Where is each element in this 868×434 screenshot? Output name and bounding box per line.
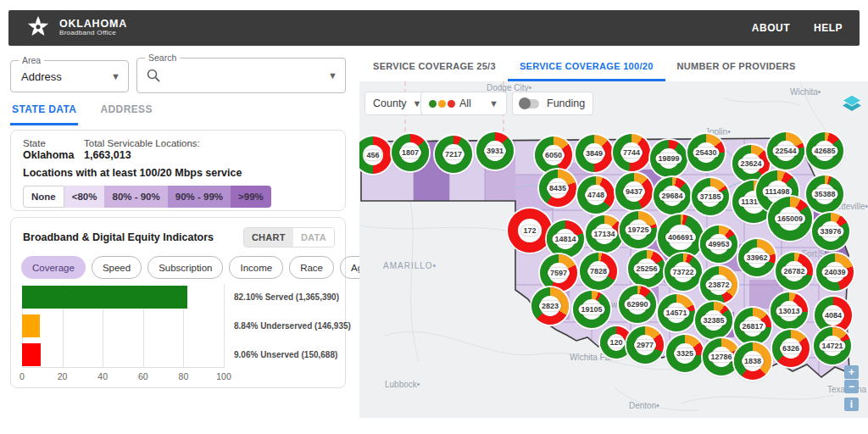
county-donut-value: 73722: [670, 267, 696, 277]
county-donut-22544[interactable]: 22544: [767, 132, 804, 170]
county-donut-73722[interactable]: 73722: [665, 253, 702, 291]
county-donut-62990[interactable]: 62990: [619, 286, 656, 323]
total-locations-label: Total Servicable Locations:: [84, 138, 333, 148]
county-donut-4748[interactable]: 4748: [577, 176, 615, 214]
legend-80[interactable]: <80%: [64, 186, 105, 208]
county-donut-value: 62990: [624, 299, 650, 309]
county-donut-17134[interactable]: 17134: [586, 215, 623, 253]
county-donut-value: 35388: [811, 189, 837, 199]
county-donut-14814[interactable]: 14814: [547, 220, 584, 258]
chip-speed[interactable]: Speed: [92, 256, 142, 279]
chip-income[interactable]: Income: [229, 256, 283, 279]
chip-coverage[interactable]: Coverage: [21, 256, 86, 279]
tab-state-data[interactable]: STATE DATA: [10, 100, 78, 125]
layers-icon[interactable]: [841, 92, 863, 117]
zoom-in-button[interactable]: +: [844, 365, 859, 379]
county-donut-value: 172: [520, 225, 538, 236]
info-button[interactable]: i: [844, 398, 859, 411]
county-donut-7217[interactable]: 7217: [435, 136, 472, 173]
county-donut-3325[interactable]: 3325: [666, 335, 704, 372]
chip-subscription[interactable]: Subscription: [147, 256, 223, 279]
county-donut-8435[interactable]: 8435: [539, 170, 576, 207]
toggle-chart[interactable]: CHART: [244, 228, 293, 247]
county-donut-value: 24039: [821, 267, 848, 277]
nav-help[interactable]: HELP: [814, 22, 843, 34]
search-input[interactable]: [168, 64, 324, 89]
county-donut-value: 3325: [674, 348, 696, 359]
county-donut-value: 6326: [780, 343, 802, 353]
county-donut-25430[interactable]: 25430: [687, 134, 725, 171]
county-donut-9437[interactable]: 9437: [615, 173, 653, 210]
county-donut-165009[interactable]: 165009: [768, 197, 812, 241]
county-donut-14571[interactable]: 14571: [658, 294, 695, 331]
indicator-chips: CoverageSpeedSubscriptionIncomeRaceAge: [11, 248, 345, 279]
county-donut-value: 19105: [578, 304, 604, 314]
county-donut-7828[interactable]: 7828: [580, 253, 617, 290]
county-donut-29684[interactable]: 29684: [654, 177, 691, 214]
area-select[interactable]: Area Address ▼: [10, 60, 129, 92]
county-donut-value: 6050: [542, 150, 565, 160]
county-donut-3849[interactable]: 3849: [576, 135, 613, 172]
tab-service-coverage-25-3[interactable]: SERVICE COVERAGE 25/3: [361, 53, 508, 81]
county-donut-value: 13013: [776, 306, 802, 316]
county-donut-6326[interactable]: 6326: [772, 330, 810, 367]
tab-service-coverage-100-20[interactable]: SERVICE COVERAGE 100/20: [508, 53, 665, 81]
legend-none[interactable]: None: [23, 186, 64, 208]
header-nav: ABOUTHELP: [752, 22, 843, 34]
county-donut-37185[interactable]: 37185: [692, 178, 729, 215]
funding-toggle[interactable]: Funding: [512, 92, 593, 115]
county-donut-value: 25430: [693, 147, 719, 158]
county-donut-13013[interactable]: 13013: [771, 292, 808, 330]
county-donut-value: 25256: [633, 264, 659, 274]
county-donut-456[interactable]: 456: [359, 136, 392, 174]
app-header: OKLAHOMA Broadband Office ABOUTHELP: [8, 10, 860, 46]
state-summary-card: State Total Servicable Locations: Oklaho…: [10, 130, 346, 211]
bar-underserved: [22, 314, 40, 337]
county-donut-49953[interactable]: 49953: [700, 225, 737, 263]
county-donut-7744[interactable]: 7744: [613, 134, 650, 171]
county-donut-42685[interactable]: 42685: [806, 132, 843, 170]
county-donut-19105[interactable]: 19105: [573, 291, 610, 328]
county-donut-1807[interactable]: 1807: [392, 134, 429, 171]
county-donut-23872[interactable]: 23872: [700, 266, 737, 303]
county-donut-32385[interactable]: 32385: [695, 302, 732, 339]
county-donut-3931[interactable]: 3931: [476, 132, 514, 170]
toggle-data[interactable]: DATA: [293, 228, 334, 247]
chip-race[interactable]: Race: [289, 256, 334, 279]
county-donut-25256[interactable]: 25256: [628, 250, 665, 287]
tab-address[interactable]: ADDRESS: [98, 100, 153, 125]
county-donut-value: 23624: [737, 159, 764, 169]
county-donut-value: 42685: [811, 146, 837, 156]
legend-90-99[interactable]: 90% - 99%: [168, 186, 231, 208]
county-donut-14721[interactable]: 14721: [814, 327, 851, 364]
county-donut-2977[interactable]: 2977: [626, 326, 664, 364]
county-donut-6050[interactable]: 6050: [535, 136, 572, 174]
area-value: Address: [21, 70, 62, 83]
county-donut-19725[interactable]: 19725: [620, 211, 657, 248]
status-filter-dropdown[interactable]: All ▼: [420, 92, 507, 115]
county-donut-172[interactable]: 172: [508, 209, 552, 253]
map[interactable]: Dodge City•Wichita•Joplin•Fayetteville•F…: [359, 81, 868, 418]
county-donut-value: 7597: [548, 268, 570, 278]
zoom-out-button[interactable]: −: [844, 380, 859, 393]
county-donut-33962[interactable]: 33962: [738, 239, 776, 276]
x-tick: 80: [179, 371, 189, 381]
county-donut-19899[interactable]: 19899: [650, 140, 687, 177]
county-donut-26817[interactable]: 26817: [734, 308, 771, 345]
county-donut-35388[interactable]: 35388: [806, 175, 843, 213]
toggle-switch-icon[interactable]: [520, 99, 539, 108]
legend-99[interactable]: >99%: [231, 186, 271, 208]
tab-number-of-providers[interactable]: NUMBER OF PROVIDERS: [665, 53, 808, 81]
county-donut-value: 26782: [781, 266, 807, 276]
legend-80-90[interactable]: 80% - 90%: [104, 186, 167, 208]
nav-about[interactable]: ABOUT: [752, 22, 790, 34]
county-donut-2823[interactable]: 2823: [531, 287, 569, 325]
county-donut-33976[interactable]: 33976: [812, 213, 849, 250]
county-donut-1838[interactable]: 1838: [734, 342, 771, 380]
county-donut-24039[interactable]: 24039: [816, 253, 854, 291]
search-field[interactable]: Search ▼: [136, 58, 346, 93]
county-donut-value: 14814: [552, 234, 578, 244]
county-donut-7597[interactable]: 7597: [540, 254, 577, 292]
county-donut-26782[interactable]: 26782: [776, 253, 813, 290]
coverage-legend: None<80%80% - 90%90% - 99%>99%: [23, 186, 271, 208]
